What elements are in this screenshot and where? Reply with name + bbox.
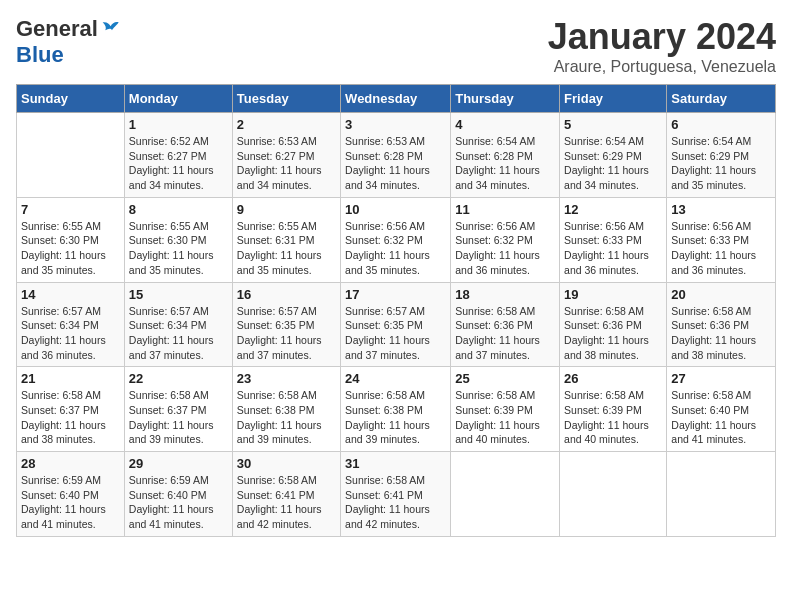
- calendar-cell: 23Sunrise: 6:58 AM Sunset: 6:38 PM Dayli…: [232, 367, 340, 452]
- calendar-week-row: 21Sunrise: 6:58 AM Sunset: 6:37 PM Dayli…: [17, 367, 776, 452]
- calendar-cell: 6Sunrise: 6:54 AM Sunset: 6:29 PM Daylig…: [667, 113, 776, 198]
- day-number: 21: [21, 371, 120, 386]
- day-number: 3: [345, 117, 446, 132]
- day-number: 11: [455, 202, 555, 217]
- day-number: 19: [564, 287, 662, 302]
- calendar-cell: [560, 452, 667, 537]
- calendar-subtitle: Araure, Portuguesa, Venezuela: [548, 58, 776, 76]
- day-info: Sunrise: 6:57 AM Sunset: 6:35 PM Dayligh…: [237, 304, 336, 363]
- logo-bird-icon: [100, 19, 120, 39]
- day-number: 31: [345, 456, 446, 471]
- calendar-cell: 20Sunrise: 6:58 AM Sunset: 6:36 PM Dayli…: [667, 282, 776, 367]
- calendar-cell: 18Sunrise: 6:58 AM Sunset: 6:36 PM Dayli…: [451, 282, 560, 367]
- day-number: 4: [455, 117, 555, 132]
- title-section: January 2024 Araure, Portuguesa, Venezue…: [548, 16, 776, 76]
- day-info: Sunrise: 6:58 AM Sunset: 6:38 PM Dayligh…: [345, 388, 446, 447]
- logo-blue: Blue: [16, 42, 64, 67]
- calendar-cell: 31Sunrise: 6:58 AM Sunset: 6:41 PM Dayli…: [341, 452, 451, 537]
- day-info: Sunrise: 6:58 AM Sunset: 6:36 PM Dayligh…: [455, 304, 555, 363]
- header-tuesday: Tuesday: [232, 85, 340, 113]
- calendar-cell: 13Sunrise: 6:56 AM Sunset: 6:33 PM Dayli…: [667, 197, 776, 282]
- calendar-cell: 16Sunrise: 6:57 AM Sunset: 6:35 PM Dayli…: [232, 282, 340, 367]
- calendar-cell: 2Sunrise: 6:53 AM Sunset: 6:27 PM Daylig…: [232, 113, 340, 198]
- day-info: Sunrise: 6:53 AM Sunset: 6:27 PM Dayligh…: [237, 134, 336, 193]
- calendar-cell: 24Sunrise: 6:58 AM Sunset: 6:38 PM Dayli…: [341, 367, 451, 452]
- header-saturday: Saturday: [667, 85, 776, 113]
- calendar-week-row: 7Sunrise: 6:55 AM Sunset: 6:30 PM Daylig…: [17, 197, 776, 282]
- day-number: 8: [129, 202, 228, 217]
- day-number: 22: [129, 371, 228, 386]
- calendar-cell: [17, 113, 125, 198]
- day-info: Sunrise: 6:56 AM Sunset: 6:32 PM Dayligh…: [345, 219, 446, 278]
- calendar-cell: 30Sunrise: 6:58 AM Sunset: 6:41 PM Dayli…: [232, 452, 340, 537]
- day-number: 26: [564, 371, 662, 386]
- day-number: 20: [671, 287, 771, 302]
- calendar-cell: 17Sunrise: 6:57 AM Sunset: 6:35 PM Dayli…: [341, 282, 451, 367]
- day-number: 2: [237, 117, 336, 132]
- day-number: 27: [671, 371, 771, 386]
- day-number: 29: [129, 456, 228, 471]
- logo: General Blue: [16, 16, 120, 68]
- calendar-cell: 15Sunrise: 6:57 AM Sunset: 6:34 PM Dayli…: [124, 282, 232, 367]
- day-number: 7: [21, 202, 120, 217]
- day-number: 5: [564, 117, 662, 132]
- calendar-cell: 10Sunrise: 6:56 AM Sunset: 6:32 PM Dayli…: [341, 197, 451, 282]
- calendar-cell: 12Sunrise: 6:56 AM Sunset: 6:33 PM Dayli…: [560, 197, 667, 282]
- day-number: 23: [237, 371, 336, 386]
- day-number: 14: [21, 287, 120, 302]
- day-info: Sunrise: 6:57 AM Sunset: 6:34 PM Dayligh…: [21, 304, 120, 363]
- day-info: Sunrise: 6:53 AM Sunset: 6:28 PM Dayligh…: [345, 134, 446, 193]
- calendar-week-row: 1Sunrise: 6:52 AM Sunset: 6:27 PM Daylig…: [17, 113, 776, 198]
- day-info: Sunrise: 6:59 AM Sunset: 6:40 PM Dayligh…: [21, 473, 120, 532]
- day-info: Sunrise: 6:58 AM Sunset: 6:36 PM Dayligh…: [564, 304, 662, 363]
- logo-general: General: [16, 16, 98, 42]
- calendar-cell: 25Sunrise: 6:58 AM Sunset: 6:39 PM Dayli…: [451, 367, 560, 452]
- day-info: Sunrise: 6:58 AM Sunset: 6:37 PM Dayligh…: [21, 388, 120, 447]
- day-number: 24: [345, 371, 446, 386]
- calendar-cell: 1Sunrise: 6:52 AM Sunset: 6:27 PM Daylig…: [124, 113, 232, 198]
- calendar-cell: [667, 452, 776, 537]
- day-info: Sunrise: 6:58 AM Sunset: 6:37 PM Dayligh…: [129, 388, 228, 447]
- day-info: Sunrise: 6:52 AM Sunset: 6:27 PM Dayligh…: [129, 134, 228, 193]
- calendar-cell: 27Sunrise: 6:58 AM Sunset: 6:40 PM Dayli…: [667, 367, 776, 452]
- day-number: 18: [455, 287, 555, 302]
- calendar-week-row: 28Sunrise: 6:59 AM Sunset: 6:40 PM Dayli…: [17, 452, 776, 537]
- calendar-header-row: SundayMondayTuesdayWednesdayThursdayFrid…: [17, 85, 776, 113]
- day-info: Sunrise: 6:56 AM Sunset: 6:32 PM Dayligh…: [455, 219, 555, 278]
- day-number: 30: [237, 456, 336, 471]
- day-info: Sunrise: 6:55 AM Sunset: 6:30 PM Dayligh…: [21, 219, 120, 278]
- day-info: Sunrise: 6:58 AM Sunset: 6:41 PM Dayligh…: [345, 473, 446, 532]
- calendar-cell: 8Sunrise: 6:55 AM Sunset: 6:30 PM Daylig…: [124, 197, 232, 282]
- calendar-cell: 19Sunrise: 6:58 AM Sunset: 6:36 PM Dayli…: [560, 282, 667, 367]
- day-info: Sunrise: 6:58 AM Sunset: 6:36 PM Dayligh…: [671, 304, 771, 363]
- calendar-cell: 28Sunrise: 6:59 AM Sunset: 6:40 PM Dayli…: [17, 452, 125, 537]
- calendar-cell: 22Sunrise: 6:58 AM Sunset: 6:37 PM Dayli…: [124, 367, 232, 452]
- day-info: Sunrise: 6:54 AM Sunset: 6:29 PM Dayligh…: [564, 134, 662, 193]
- header-sunday: Sunday: [17, 85, 125, 113]
- calendar-cell: 29Sunrise: 6:59 AM Sunset: 6:40 PM Dayli…: [124, 452, 232, 537]
- day-info: Sunrise: 6:58 AM Sunset: 6:40 PM Dayligh…: [671, 388, 771, 447]
- day-info: Sunrise: 6:55 AM Sunset: 6:31 PM Dayligh…: [237, 219, 336, 278]
- day-info: Sunrise: 6:54 AM Sunset: 6:29 PM Dayligh…: [671, 134, 771, 193]
- calendar-cell: 3Sunrise: 6:53 AM Sunset: 6:28 PM Daylig…: [341, 113, 451, 198]
- day-info: Sunrise: 6:55 AM Sunset: 6:30 PM Dayligh…: [129, 219, 228, 278]
- calendar-cell: 9Sunrise: 6:55 AM Sunset: 6:31 PM Daylig…: [232, 197, 340, 282]
- day-info: Sunrise: 6:56 AM Sunset: 6:33 PM Dayligh…: [564, 219, 662, 278]
- calendar-cell: 5Sunrise: 6:54 AM Sunset: 6:29 PM Daylig…: [560, 113, 667, 198]
- header-wednesday: Wednesday: [341, 85, 451, 113]
- day-number: 13: [671, 202, 771, 217]
- calendar-cell: 21Sunrise: 6:58 AM Sunset: 6:37 PM Dayli…: [17, 367, 125, 452]
- calendar-cell: [451, 452, 560, 537]
- day-number: 15: [129, 287, 228, 302]
- calendar-cell: 7Sunrise: 6:55 AM Sunset: 6:30 PM Daylig…: [17, 197, 125, 282]
- day-info: Sunrise: 6:57 AM Sunset: 6:35 PM Dayligh…: [345, 304, 446, 363]
- day-number: 12: [564, 202, 662, 217]
- calendar-table: SundayMondayTuesdayWednesdayThursdayFrid…: [16, 84, 776, 537]
- day-info: Sunrise: 6:58 AM Sunset: 6:39 PM Dayligh…: [564, 388, 662, 447]
- day-info: Sunrise: 6:56 AM Sunset: 6:33 PM Dayligh…: [671, 219, 771, 278]
- calendar-cell: 14Sunrise: 6:57 AM Sunset: 6:34 PM Dayli…: [17, 282, 125, 367]
- day-number: 6: [671, 117, 771, 132]
- day-info: Sunrise: 6:54 AM Sunset: 6:28 PM Dayligh…: [455, 134, 555, 193]
- day-info: Sunrise: 6:59 AM Sunset: 6:40 PM Dayligh…: [129, 473, 228, 532]
- calendar-title: January 2024: [548, 16, 776, 58]
